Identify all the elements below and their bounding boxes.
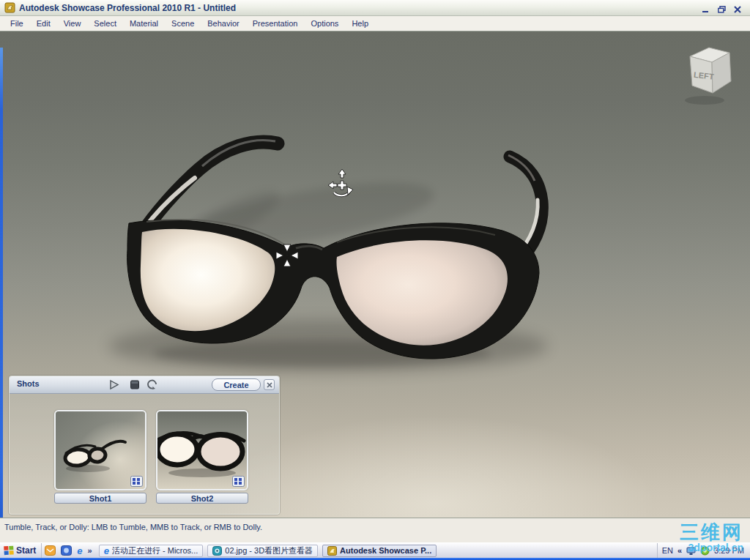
menu-view[interactable]: View — [57, 16, 88, 31]
mail-icon[interactable] — [45, 545, 56, 556]
language-indicator[interactable]: EN — [662, 546, 673, 555]
window-title: Autodesk Showcase Professional 2010 R1 -… — [19, 3, 236, 13]
close-icon — [267, 382, 272, 388]
shot2-thumbnail[interactable] — [156, 410, 248, 490]
task-buttons: e 活动正在进行 - Micros... 02.jpg - 3D看图片查看器 A… — [96, 543, 439, 560]
shot1-label: Shot1 — [89, 494, 112, 503]
taskbar-task-2[interactable]: 02.jpg - 3D看图片查看器 — [207, 545, 318, 557]
quicklaunch-overflow-chevron[interactable]: » — [88, 546, 92, 555]
windows-logo-icon — [4, 545, 15, 556]
app-window: Autodesk Showcase Professional 2010 R1 -… — [0, 0, 750, 560]
ie-browser-icon[interactable]: e — [77, 546, 82, 556]
menu-behavior[interactable]: Behavior — [201, 16, 245, 31]
shot2-name-bar[interactable]: Shot2 — [156, 493, 248, 504]
menu-help[interactable]: Help — [345, 16, 375, 31]
task-label: 活动正在进行 - Micros... — [112, 545, 198, 556]
menu-scene[interactable]: Scene — [165, 16, 201, 31]
shots-panel: Shots Create — [9, 376, 280, 515]
taskbar: Start e » e 活动正在进行 - Micros... — [0, 542, 750, 560]
system-tray: EN « 3:29 PM — [657, 543, 750, 560]
shot2-label: Shot2 — [191, 494, 214, 503]
loop-icon[interactable] — [146, 378, 159, 391]
tray-collapse-chevron[interactable]: « — [677, 546, 682, 555]
menu-material[interactable]: Material — [123, 16, 165, 31]
image-viewer-icon — [212, 546, 222, 556]
shots-close-button[interactable] — [264, 379, 275, 390]
showcase-app-icon[interactable] — [4, 2, 15, 13]
tray-computer-icon[interactable] — [686, 546, 696, 556]
status-message: Tumble, Track, or Dolly: LMB to Tumble, … — [4, 523, 262, 531]
start-button[interactable]: Start — [0, 543, 41, 560]
close-icon[interactable] — [732, 3, 743, 13]
quick-launch: e » — [41, 543, 95, 560]
task-label: 02.jpg - 3D看图片查看器 — [225, 545, 313, 556]
menu-file[interactable]: File — [4, 16, 30, 31]
shot1-name-bar[interactable]: Shot1 — [54, 493, 146, 504]
create-button-label: Create — [223, 381, 248, 389]
start-label: Start — [16, 545, 36, 556]
shots-panel-title: Shots — [17, 379, 40, 388]
window-left-border — [0, 48, 3, 518]
title-bar: Autodesk Showcase Professional 2010 R1 -… — [0, 0, 750, 16]
restore-button[interactable] — [716, 3, 727, 13]
shot-camera-icon[interactable] — [130, 476, 143, 487]
menu-options[interactable]: Options — [304, 16, 345, 31]
pivot-marker-icon — [275, 244, 299, 267]
play-icon[interactable] — [108, 378, 121, 391]
stop-icon[interactable] — [128, 378, 141, 391]
ie-browser-icon: e — [104, 546, 109, 556]
shots-panel-header[interactable]: Shots Create — [10, 376, 279, 394]
minimize-button[interactable] — [700, 3, 711, 13]
create-shot-button[interactable]: Create — [212, 378, 261, 391]
menu-edit[interactable]: Edit — [30, 16, 57, 31]
tray-green-icon[interactable] — [700, 546, 710, 556]
taskbar-task-1[interactable]: e 活动正在进行 - Micros... — [99, 545, 204, 557]
task-label: Autodesk Showcase P... — [340, 546, 431, 555]
shot1-thumbnail[interactable] — [54, 410, 146, 490]
showcase-app-icon — [327, 546, 337, 556]
menu-bar: File Edit View Select Material Scene Beh… — [0, 16, 750, 31]
tumble-cursor-icon — [327, 168, 356, 200]
menu-presentation[interactable]: Presentation — [246, 16, 305, 31]
viewcube[interactable]: LEFT — [681, 40, 740, 108]
menu-select[interactable]: Select — [87, 16, 123, 31]
window-controls — [700, 3, 750, 13]
3d-viewport[interactable]: LEFT Shots — [0, 31, 750, 518]
media-player-icon[interactable] — [61, 545, 72, 556]
clock[interactable]: 3:29 PM — [714, 546, 744, 555]
taskbar-task-3-active[interactable]: Autodesk Showcase P... — [322, 545, 437, 557]
shot-camera-icon[interactable] — [232, 476, 245, 487]
status-bar: Tumble, Track, or Dolly: LMB to Tumble, … — [0, 518, 750, 542]
